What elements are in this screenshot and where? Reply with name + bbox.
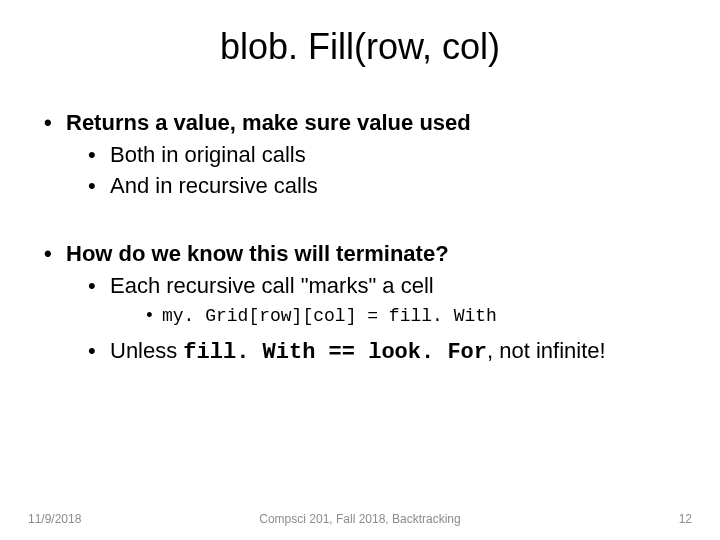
bullet-2-1: Each recursive call "marks" a cell my. G…: [84, 271, 690, 330]
footer-center: Compsci 201, Fall 2018, Backtracking: [259, 512, 460, 526]
footer-date: 11/9/2018: [28, 512, 81, 526]
bullet-2-2-pre: Unless: [110, 338, 183, 363]
bullet-2-2-post: , not infinite!: [487, 338, 606, 363]
slide: blob. Fill(row, col) Returns a value, ma…: [0, 0, 720, 540]
bullet-2-1-text: Each recursive call "marks" a cell: [110, 273, 434, 298]
spacer: [40, 205, 690, 239]
bullet-2: How do we know this will terminate? Each…: [40, 239, 690, 367]
bullet-1-sublist: Both in original calls And in recursive …: [66, 140, 690, 201]
footer-page: 12: [679, 512, 692, 526]
bullet-2-text: How do we know this will terminate?: [66, 241, 449, 266]
bullet-1-text: Returns a value, make sure value used: [66, 110, 471, 135]
slide-title: blob. Fill(row, col): [30, 26, 690, 68]
bullet-list-2: How do we know this will terminate? Each…: [40, 239, 690, 367]
bullet-2-2: Unless fill. With == look. For, not infi…: [84, 336, 690, 368]
bullet-1: Returns a value, make sure value used Bo…: [40, 108, 690, 201]
slide-content: Returns a value, make sure value used Bo…: [30, 108, 690, 367]
bullet-1-2: And in recursive calls: [84, 171, 690, 201]
bullet-list: Returns a value, make sure value used Bo…: [40, 108, 690, 201]
footer: 11/9/2018 Compsci 201, Fall 2018, Backtr…: [0, 512, 720, 526]
bullet-2-sublist: Each recursive call "marks" a cell my. G…: [66, 271, 690, 368]
bullet-2-2-code: fill. With == look. For: [183, 340, 487, 365]
bullet-1-1: Both in original calls: [84, 140, 690, 170]
bullet-2-1-sublist: my. Grid[row][col] = fill. With: [110, 304, 690, 329]
bullet-2-1-1: my. Grid[row][col] = fill. With: [140, 304, 690, 329]
